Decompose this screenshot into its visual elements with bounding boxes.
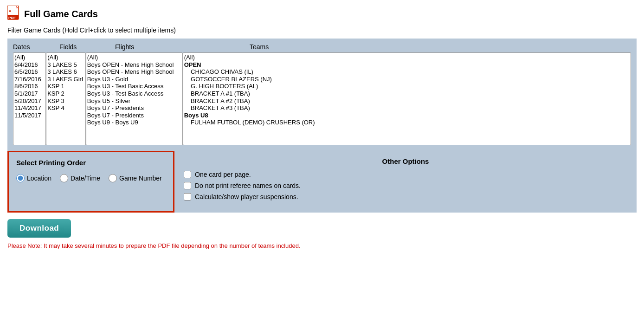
fields-header: Fields xyxy=(59,43,115,52)
checkbox-suspensions-label: Calculate/show player suspensions. xyxy=(195,193,298,200)
page-title: Full Game Cards xyxy=(24,9,98,19)
note-text: Please Note: It may take several minutes… xyxy=(7,242,637,249)
printing-order-box: Select Printing Order Location Date/Time… xyxy=(7,151,174,213)
filter-area: Dates Fields Flights Teams (All) 6/4/201… xyxy=(7,39,637,151)
checkbox-suspensions-input[interactable] xyxy=(184,193,191,200)
checkbox-no-referee[interactable]: Do not print referee names on cards. xyxy=(184,182,627,189)
filter-lists: (All) 6/4/2016 6/5/2016 7/16/2016 8/6/20… xyxy=(13,52,631,145)
radio-group: Location Date/Time Game Number xyxy=(16,174,164,182)
radio-gamenumber-input[interactable] xyxy=(109,174,117,182)
svg-text:PDF: PDF xyxy=(8,16,16,20)
bottom-section: Select Printing Order Location Date/Time… xyxy=(7,151,637,213)
flights-header: Flights xyxy=(115,43,250,52)
printing-order-title: Select Printing Order xyxy=(16,159,164,167)
checkbox-no-referee-input[interactable] xyxy=(184,182,191,189)
other-options-box: Other Options One card per page. Do not … xyxy=(174,151,637,213)
checkbox-no-referee-label: Do not print referee names on cards. xyxy=(195,182,301,189)
radio-location-label: Location xyxy=(27,174,52,182)
page-title-row: PDF A Full Game Cards xyxy=(7,6,637,23)
radio-location-input[interactable] xyxy=(16,174,25,182)
dates-header: Dates xyxy=(13,43,59,52)
teams-select[interactable]: (All) OPEN CHICAGO CHIVAS (IL) GOTSOCCER… xyxy=(183,52,631,145)
svg-text:A: A xyxy=(9,9,11,13)
other-options-title: Other Options xyxy=(184,157,627,165)
radio-gamenumber[interactable]: Game Number xyxy=(109,174,162,182)
column-headers: Dates Fields Flights Teams xyxy=(13,43,631,52)
checkbox-one-card[interactable]: One card per page. xyxy=(184,171,627,178)
radio-gamenumber-label: Game Number xyxy=(119,174,162,182)
radio-datetime-input[interactable] xyxy=(60,174,68,182)
pdf-icon: PDF A xyxy=(7,6,20,23)
checkbox-suspensions[interactable]: Calculate/show player suspensions. xyxy=(184,193,627,200)
checkbox-one-card-label: One card per page. xyxy=(195,171,251,178)
filter-label-text: Filter Game Cards xyxy=(7,26,60,34)
filter-hint: (Hold Ctrl+click to select multiple item… xyxy=(62,26,176,34)
radio-datetime[interactable]: Date/Time xyxy=(60,174,100,182)
radio-location[interactable]: Location xyxy=(16,174,52,182)
flights-select[interactable]: (All) Boys OPEN - Mens High School Boys … xyxy=(86,52,183,145)
filter-label: Filter Game Cards (Hold Ctrl+click to se… xyxy=(7,26,637,34)
teams-header: Teams xyxy=(250,43,631,52)
radio-datetime-label: Date/Time xyxy=(71,174,100,182)
checkbox-one-card-input[interactable] xyxy=(184,171,191,178)
download-button[interactable]: Download xyxy=(7,219,71,238)
fields-select[interactable]: (All) 3 LAKES 5 3 LAKES 6 3 LAKES Girl K… xyxy=(46,52,86,145)
dates-select[interactable]: (All) 6/4/2016 6/5/2016 7/16/2016 8/6/20… xyxy=(13,52,46,145)
download-section: Download xyxy=(7,213,637,240)
